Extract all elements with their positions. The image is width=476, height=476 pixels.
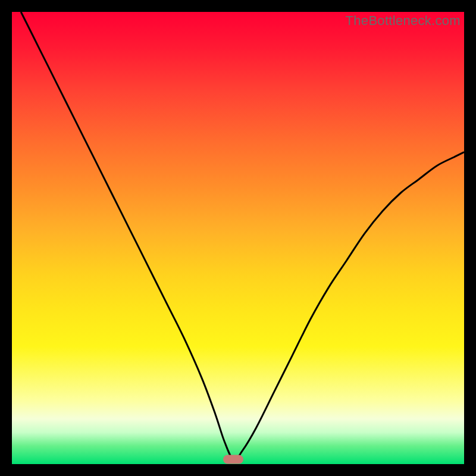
minimum-marker xyxy=(223,455,243,464)
plot-area: TheBottleneck.com xyxy=(12,12,464,464)
bottleneck-curve xyxy=(12,12,464,464)
curve-path xyxy=(21,12,464,460)
chart-frame: TheBottleneck.com xyxy=(0,0,476,476)
